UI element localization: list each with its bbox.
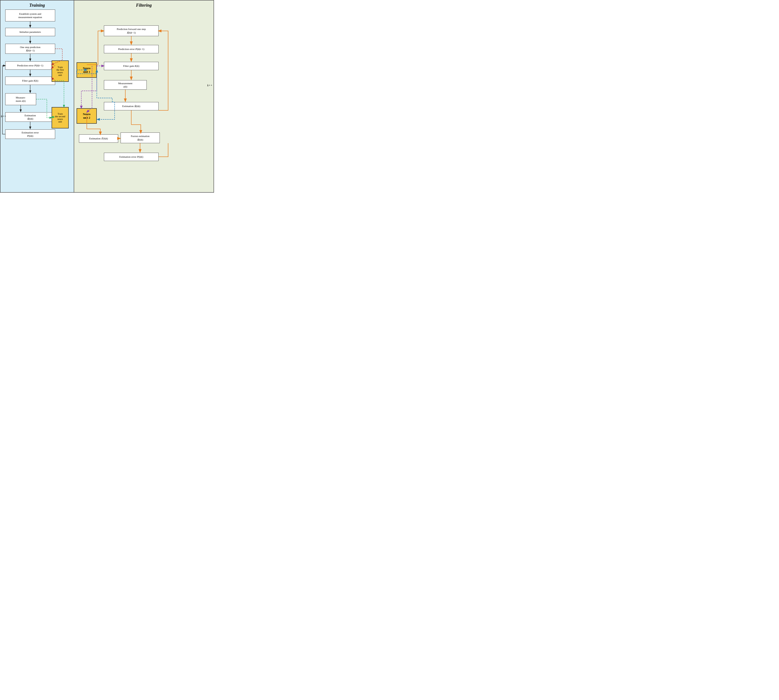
diagram-wrapper: Training Establish system andmeasurement… (0, 0, 214, 193)
f-prederror-box: Prediction error P(k|k−1) (104, 45, 158, 53)
kpp-label-training: k++ (1, 115, 6, 118)
filtering-title: Filtering (77, 3, 211, 8)
neuro1-box: Neurounit 1 (77, 62, 97, 78)
measurement-box: Measure-ment z(k) (5, 93, 36, 105)
filtering-section: Filtering Neurounit 1 Neurounit 2 Predic… (74, 0, 213, 192)
train1-box: Trainthe firstneurounit (52, 60, 69, 82)
f-fusion-box: Fusion estimationx̃(k|k) (121, 132, 160, 143)
esterror-box: Estimation errorP(k|k) (5, 129, 55, 139)
neuro2-box: Neurounit 2 (77, 108, 97, 124)
onestep-box: One step predictionx̂(k|k−1) (5, 44, 55, 54)
f-estimation-box: Estimation x̂(k|k) (104, 102, 158, 110)
training-section: Training Establish system andmeasurement… (0, 0, 74, 192)
f-estprime-box: Estimation x̂'(k|k) (79, 134, 118, 143)
establish-box: Establish system andmeasurement equation (5, 10, 55, 22)
kpp-label-filtering: k++ (207, 84, 212, 87)
f-measurement-box: Measurementz(k) (104, 80, 147, 90)
filtergain-box: Filter gain K(k) (5, 77, 55, 85)
f-pred-box: Prediction forward one stepx̂(k|k−1) (104, 25, 158, 36)
train2-box: Trainthe secondneurounit (52, 107, 69, 128)
estimation-box: Estimationx̂(k|k) (5, 112, 55, 122)
prederror-box: Prediction error P(k|k−1) (5, 62, 55, 70)
training-title: Training (3, 3, 72, 8)
init-box: Initialize parameters (5, 28, 55, 36)
f-esterror-box: Estimation error P(k|k) (104, 153, 158, 161)
f-filtergain-box: Filter gain K(k) (104, 62, 158, 70)
